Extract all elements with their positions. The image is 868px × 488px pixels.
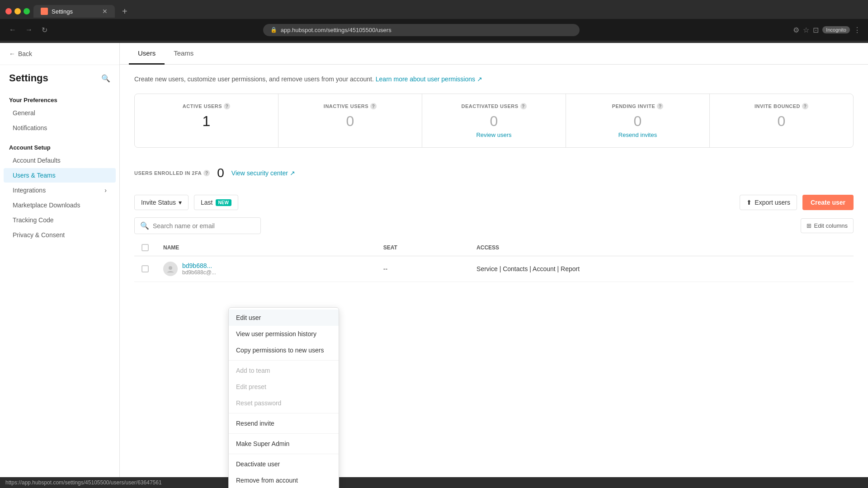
context-menu-divider-3 [229, 433, 339, 434]
invite-bounced-info-icon[interactable]: ? [802, 103, 808, 109]
user-seat: -- [376, 256, 469, 282]
tab-favicon [41, 8, 48, 15]
context-menu-divider-2 [229, 413, 339, 413]
browser-tab[interactable]: Settings ✕ [33, 5, 115, 18]
context-menu-edit-user[interactable]: Edit user [229, 310, 339, 326]
export-label: Export users [755, 199, 790, 206]
user-info: bd9b688... bd9b688c@... [163, 262, 369, 276]
last-filter[interactable]: Last NEW [194, 195, 238, 210]
new-badge: NEW [216, 199, 231, 206]
refresh-btn[interactable]: ↻ [40, 24, 49, 36]
context-menu-remove-from-account[interactable]: Remove from account [229, 472, 339, 488]
active-users-info-icon[interactable]: ? [224, 103, 230, 109]
browser-extras: ⚙ ☆ ⊡ Incognito ⋮ [793, 26, 861, 34]
context-menu-make-super-admin[interactable]: Make Super Admin [229, 436, 339, 452]
menu-icon: ⋮ [854, 26, 861, 34]
context-menu-divider-1 [229, 360, 339, 361]
sidebar-search-icon[interactable]: 🔍 [101, 74, 110, 83]
sidebar-item-account-defaults[interactable]: Account Defaults [4, 153, 116, 168]
sidebar-item-privacy-consent[interactable]: Privacy & Consent [4, 228, 116, 242]
tabs-bar: Users Teams [120, 43, 868, 65]
back-label: Back [18, 50, 32, 57]
edit-columns-label: Edit columns [814, 222, 848, 229]
sidebar: ← Back Settings 🔍 Your Preferences Gener… [0, 43, 120, 488]
url-text: app.hubspot.com/settings/45105500/users [281, 27, 392, 33]
active-users-label: ACTIVE USERS [183, 103, 222, 109]
edit-columns-btn[interactable]: ⊞ Edit columns [801, 218, 854, 233]
your-preferences-label: Your Preferences [0, 91, 119, 105]
inactive-users-value: 0 [289, 113, 411, 130]
search-input-icon: 🔍 [140, 221, 149, 230]
new-tab-btn[interactable]: + [118, 5, 131, 19]
pending-invite-info-icon[interactable]: ? [657, 103, 663, 109]
browser-chrome: Settings ✕ + ← → ↻ 🔒 app.hubspot.com/set… [0, 0, 868, 43]
twofactor-info-icon[interactable]: ? [203, 170, 210, 176]
context-menu-deactivate-user[interactable]: Deactivate user [229, 456, 339, 472]
create-user-btn[interactable]: Create user [802, 195, 854, 210]
tab-close-btn[interactable]: ✕ [102, 8, 108, 15]
context-menu-divider-4 [229, 454, 339, 454]
inactive-users-info-icon[interactable]: ? [370, 103, 377, 109]
resend-invites-link[interactable]: Resend invites [577, 131, 698, 138]
export-users-btn[interactable]: ⬆ Export users [740, 195, 797, 210]
search-input[interactable] [153, 222, 255, 230]
your-preferences-section: Your Preferences General Notifications [0, 91, 119, 135]
pending-invite-label: PENDING INVITE [612, 103, 656, 109]
address-bar[interactable]: 🔒 app.hubspot.com/settings/45105500/user… [263, 24, 580, 36]
user-access: Service | Contacts | Account | Report [469, 256, 854, 282]
incognito-badge: Incognito [822, 26, 850, 33]
invite-status-filter[interactable]: Invite Status ▾ [134, 195, 189, 210]
context-menu-edit-preset: Edit preset [229, 379, 339, 395]
browser-max-btn[interactable] [24, 8, 30, 14]
deactivated-users-info-icon[interactable]: ? [520, 103, 527, 109]
stat-deactivated-users: DEACTIVATED USERS ? 0 Review users [422, 94, 566, 147]
sidebar-item-tracking-code[interactable]: Tracking Code [4, 213, 116, 227]
sidebar-item-users-teams[interactable]: Users & Teams [4, 168, 116, 183]
tab-users[interactable]: Users [129, 43, 165, 65]
svg-point-1 [169, 266, 172, 270]
sidebar-item-general[interactable]: General [4, 106, 116, 120]
active-users-value: 1 [146, 113, 267, 130]
back-nav-btn[interactable]: ← [7, 24, 18, 36]
review-users-link[interactable]: Review users [433, 131, 555, 138]
learn-more-link[interactable]: Learn more about user permissions ↗ [376, 75, 482, 83]
sidebar-item-notifications[interactable]: Notifications [4, 121, 116, 135]
invite-status-label: Invite Status [141, 199, 176, 206]
context-menu: Edit user View user permission history C… [228, 307, 339, 488]
export-icon: ⬆ [746, 199, 752, 206]
user-name[interactable]: bd9b688... [182, 262, 216, 269]
extensions-icon: ⚙ [793, 26, 799, 34]
filter-dropdown-icon: ▾ [179, 199, 182, 206]
browser-close-btn[interactable] [5, 8, 12, 14]
select-all-checkbox[interactable] [142, 244, 149, 251]
view-security-icon: ↗ [290, 169, 295, 177]
col-seat: SEAT [376, 239, 469, 256]
sidebar-title: Settings [9, 72, 48, 84]
deactivated-users-label: DEACTIVATED USERS [461, 103, 518, 109]
status-bar: https://app.hubspot.com/settings/4510550… [0, 477, 868, 488]
sidebar-item-integrations[interactable]: Integrations › [4, 183, 116, 197]
row-checkbox[interactable] [142, 265, 149, 272]
view-security-link[interactable]: View security center ↗ [231, 169, 295, 177]
context-menu-add-to-team: Add to team [229, 362, 339, 379]
forward-nav-btn[interactable]: → [24, 24, 34, 36]
twofactor-row: USERS ENROLLED IN 2FA ? 0 View security … [134, 159, 854, 188]
context-menu-resend-invite[interactable]: Resend invite [229, 415, 339, 432]
stats-grid: ACTIVE USERS ? 1 INACTIVE USERS ? 0 DEAC… [134, 94, 854, 148]
tab-manager-icon: ⊡ [813, 26, 819, 34]
browser-min-btn[interactable] [14, 8, 21, 14]
stat-active-users: ACTIVE USERS ? 1 [135, 94, 278, 147]
back-button[interactable]: ← Back [0, 43, 119, 65]
sidebar-item-marketplace[interactable]: Marketplace Downloads [4, 198, 116, 212]
last-label: Last [201, 199, 212, 206]
context-menu-copy-permissions[interactable]: Copy permissions to new users [229, 342, 339, 358]
tab-teams[interactable]: Teams [165, 43, 203, 65]
context-menu-view-permission-history[interactable]: View user permission history [229, 326, 339, 342]
stat-pending-invite: PENDING INVITE ? 0 Resend invites [566, 94, 710, 147]
twofactor-label-text: USERS ENROLLED IN 2FA [134, 170, 202, 176]
content-area: Create new users, customize user permiss… [120, 65, 868, 293]
tab-title: Settings [52, 8, 73, 15]
sidebar-header: Settings 🔍 [0, 65, 119, 91]
view-security-text: View security center [231, 169, 288, 177]
invite-bounced-value: 0 [721, 113, 842, 130]
